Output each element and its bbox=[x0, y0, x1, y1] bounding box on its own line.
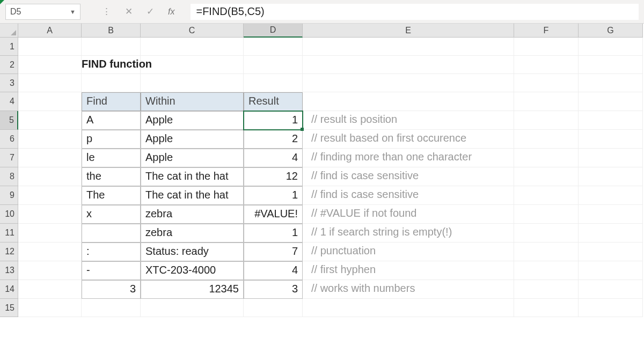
cell-A4[interactable] bbox=[18, 92, 82, 111]
cell-within[interactable]: 12345 bbox=[141, 280, 244, 299]
cell-result[interactable]: #VALUE! bbox=[244, 205, 303, 224]
cell-G6[interactable] bbox=[579, 130, 643, 149]
cell-within[interactable]: zebra bbox=[141, 224, 244, 243]
worksheet-grid[interactable]: ABCDEFG12FIND function34FindWithinResult… bbox=[0, 24, 644, 317]
cell-F10[interactable] bbox=[514, 205, 579, 224]
cell-within[interactable]: The cat in the hat bbox=[141, 186, 244, 205]
row-header-3[interactable]: 3 bbox=[0, 74, 18, 92]
cell-F9[interactable] bbox=[514, 186, 579, 205]
cell-within[interactable]: zebra bbox=[141, 205, 244, 224]
cell-F3[interactable] bbox=[514, 74, 579, 92]
cell-F6[interactable] bbox=[514, 130, 579, 149]
cell-G1[interactable] bbox=[579, 38, 643, 56]
cell-B2[interactable]: FIND function bbox=[82, 56, 141, 74]
row-header-7[interactable]: 7 bbox=[0, 149, 18, 167]
cell-G8[interactable] bbox=[579, 167, 643, 186]
cell-G12[interactable] bbox=[579, 243, 643, 261]
col-header-E[interactable]: E bbox=[303, 24, 514, 38]
cell-within[interactable]: The cat in the hat bbox=[141, 167, 244, 186]
header-within[interactable]: Within bbox=[141, 92, 244, 111]
cell-D2[interactable] bbox=[244, 56, 303, 74]
cell-E14[interactable]: // works with numbers bbox=[303, 280, 514, 299]
cell-E11[interactable]: // 1 if search string is empty(!) bbox=[303, 224, 514, 243]
cell-A9[interactable] bbox=[18, 186, 82, 205]
cell-A1[interactable] bbox=[18, 38, 82, 56]
cell-B15[interactable] bbox=[82, 299, 141, 317]
cell-G14[interactable] bbox=[579, 280, 643, 299]
cell-A11[interactable] bbox=[18, 224, 82, 243]
fx-icon[interactable]: fx bbox=[168, 7, 174, 17]
cell-F11[interactable] bbox=[514, 224, 579, 243]
enter-icon[interactable]: ✓ bbox=[147, 6, 154, 17]
cell-find[interactable]: : bbox=[82, 243, 141, 261]
cell-find[interactable]: p bbox=[82, 130, 141, 149]
cell-G2[interactable] bbox=[579, 56, 643, 74]
col-header-D[interactable]: D bbox=[244, 24, 303, 38]
cell-within[interactable]: Apple bbox=[141, 111, 244, 130]
cell-within[interactable]: Apple bbox=[141, 130, 244, 149]
cell-C1[interactable] bbox=[141, 38, 244, 56]
cell-E10[interactable]: // #VALUE if not found bbox=[303, 205, 514, 224]
cell-A13[interactable] bbox=[18, 261, 82, 280]
cell-result[interactable]: 4 bbox=[244, 261, 303, 280]
cell-find[interactable]: le bbox=[82, 149, 141, 167]
cell-A14[interactable] bbox=[18, 280, 82, 299]
cell-result[interactable]: 1 bbox=[244, 111, 303, 130]
row-header-15[interactable]: 15 bbox=[0, 299, 18, 317]
cell-within[interactable]: Apple bbox=[141, 149, 244, 167]
cell-F8[interactable] bbox=[514, 167, 579, 186]
row-header-10[interactable]: 10 bbox=[0, 205, 18, 224]
cell-E8[interactable]: // find is case sensitive bbox=[303, 167, 514, 186]
cell-G3[interactable] bbox=[579, 74, 643, 92]
cell-C15[interactable] bbox=[141, 299, 244, 317]
cell-G5[interactable] bbox=[579, 111, 643, 130]
cell-E4[interactable] bbox=[303, 92, 514, 111]
row-header-2[interactable]: 2 bbox=[0, 56, 18, 74]
formula-input[interactable]: =FIND(B5,C5) bbox=[191, 4, 639, 20]
cell-C3[interactable] bbox=[141, 74, 244, 92]
cell-A3[interactable] bbox=[18, 74, 82, 92]
cell-D3[interactable] bbox=[244, 74, 303, 92]
cell-E12[interactable]: // punctuation bbox=[303, 243, 514, 261]
cancel-icon[interactable]: ✕ bbox=[125, 6, 133, 17]
cell-F4[interactable] bbox=[514, 92, 579, 111]
header-find[interactable]: Find bbox=[82, 92, 141, 111]
row-header-5[interactable]: 5 bbox=[0, 111, 18, 130]
cell-F15[interactable] bbox=[514, 299, 579, 317]
col-header-F[interactable]: F bbox=[514, 24, 579, 38]
col-header-G[interactable]: G bbox=[579, 24, 643, 38]
row-header-12[interactable]: 12 bbox=[0, 243, 18, 261]
cell-C2[interactable] bbox=[141, 56, 244, 74]
col-header-C[interactable]: C bbox=[141, 24, 244, 38]
cell-G9[interactable] bbox=[579, 186, 643, 205]
cell-result[interactable]: 1 bbox=[244, 224, 303, 243]
cell-within[interactable]: Status: ready bbox=[141, 243, 244, 261]
cell-E7[interactable]: // finding more than one character bbox=[303, 149, 514, 167]
cell-A6[interactable] bbox=[18, 130, 82, 149]
cell-F2[interactable] bbox=[514, 56, 579, 74]
row-header-14[interactable]: 14 bbox=[0, 280, 18, 299]
cell-G15[interactable] bbox=[579, 299, 643, 317]
cell-E2[interactable] bbox=[303, 56, 514, 74]
col-header-A[interactable]: A bbox=[18, 24, 82, 38]
cell-E13[interactable]: // first hyphen bbox=[303, 261, 514, 280]
cell-E9[interactable]: // find is case sensitive bbox=[303, 186, 514, 205]
name-box[interactable]: D5 ▼ bbox=[5, 4, 80, 20]
cell-F12[interactable] bbox=[514, 243, 579, 261]
cell-find[interactable]: 3 bbox=[82, 280, 141, 299]
cell-F7[interactable] bbox=[514, 149, 579, 167]
cell-F1[interactable] bbox=[514, 38, 579, 56]
cell-B3[interactable] bbox=[82, 74, 141, 92]
row-header-8[interactable]: 8 bbox=[0, 167, 18, 186]
cell-find[interactable]: x bbox=[82, 205, 141, 224]
cell-F13[interactable] bbox=[514, 261, 579, 280]
cell-E15[interactable] bbox=[303, 299, 514, 317]
cell-E6[interactable]: // result based on first occurence bbox=[303, 130, 514, 149]
cell-result[interactable]: 7 bbox=[244, 243, 303, 261]
cell-D1[interactable] bbox=[244, 38, 303, 56]
cell-A15[interactable] bbox=[18, 299, 82, 317]
cell-A7[interactable] bbox=[18, 149, 82, 167]
select-all-corner[interactable] bbox=[0, 24, 18, 38]
cell-result[interactable]: 4 bbox=[244, 149, 303, 167]
cell-result[interactable]: 12 bbox=[244, 167, 303, 186]
